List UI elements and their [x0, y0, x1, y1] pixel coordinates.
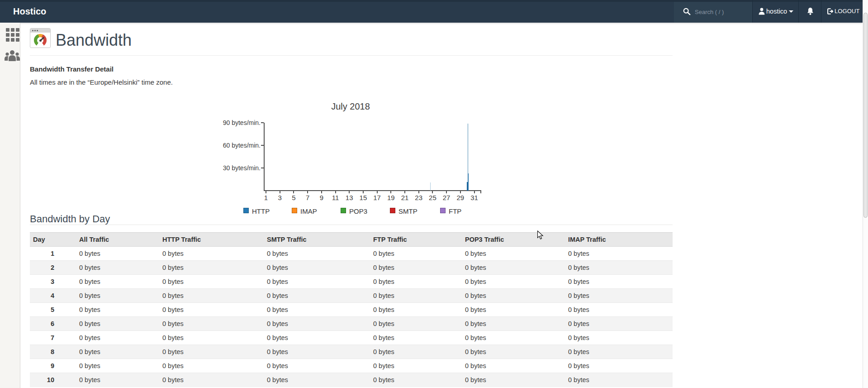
table-cell: 0 bytes — [264, 317, 370, 331]
x-tick — [390, 191, 391, 193]
table-cell: 0 bytes — [370, 331, 462, 345]
table-cell: 0 bytes — [159, 275, 264, 289]
chart-title: July 2018 — [217, 101, 484, 112]
x-tick-label: 9 — [315, 194, 328, 201]
table-cell: 0 bytes — [76, 359, 159, 373]
table-cell: 2 — [30, 261, 76, 275]
table-cell: 1 — [30, 247, 76, 261]
x-tick — [266, 191, 266, 193]
table-row: 90 bytes0 bytes0 bytes0 bytes0 bytes0 by… — [30, 359, 673, 373]
table-cell: 0 bytes — [370, 289, 462, 303]
chart-data-spike-http — [430, 182, 431, 191]
col-header-http: HTTP Traffic — [159, 233, 264, 247]
table-cell: 0 bytes — [370, 261, 462, 275]
x-tick-label: 17 — [370, 194, 384, 201]
table-cell: 0 bytes — [159, 303, 264, 317]
legend-swatch — [243, 208, 249, 213]
table-cell: 0 bytes — [370, 345, 462, 359]
table-cell: 0 bytes — [565, 373, 673, 387]
table-cell: 0 bytes — [264, 331, 370, 345]
table-cell: 0 bytes — [159, 345, 264, 359]
table-row: 100 bytes0 bytes0 bytes0 bytes0 bytes0 b… — [30, 373, 673, 387]
x-tick — [377, 191, 378, 193]
table-heading: Bandwidth by Day — [30, 213, 110, 225]
brand-logo[interactable]: Hostico — [13, 0, 46, 23]
table-cell: 0 bytes — [462, 289, 565, 303]
col-header-day: Day — [30, 233, 76, 247]
table-header-row: Day All Traffic HTTP Traffic SMTP Traffi… — [30, 233, 673, 247]
table-cell: 0 bytes — [264, 289, 370, 303]
x-axis-end-tick — [480, 191, 481, 193]
search-icon — [683, 8, 691, 15]
legend-label: POP3 — [349, 207, 367, 215]
legend-swatch — [292, 208, 297, 213]
x-tick-label: 23 — [412, 194, 426, 201]
notifications-button[interactable] — [798, 0, 821, 23]
table-cell: 6 — [30, 317, 76, 331]
table-cell: 0 bytes — [264, 275, 370, 289]
user-menu-label: hostico — [766, 0, 787, 23]
table-row: 20 bytes0 bytes0 bytes0 bytes0 bytes0 by… — [30, 261, 673, 275]
table-cell: 0 bytes — [76, 345, 159, 359]
table-cell: 0 bytes — [159, 289, 264, 303]
table-row: 40 bytes0 bytes0 bytes0 bytes0 bytes0 by… — [30, 289, 673, 303]
section-heading: Bandwidth Transfer Detail — [30, 65, 114, 73]
table-cell: 0 bytes — [264, 247, 370, 261]
y-tick-label: 30 bytes/min. — [217, 164, 261, 172]
x-tick-label: 11 — [329, 194, 342, 201]
table-cell: 0 bytes — [462, 359, 565, 373]
table-cell: 0 bytes — [264, 261, 370, 275]
x-tick-label: 7 — [301, 194, 314, 201]
table-cell: 0 bytes — [565, 303, 673, 317]
table-row: 80 bytes0 bytes0 bytes0 bytes0 bytes0 by… — [30, 345, 673, 359]
table-cell: 0 bytes — [462, 345, 565, 359]
x-tick — [363, 191, 364, 193]
table-cell: 0 bytes — [462, 317, 565, 331]
sidebar-item-users[interactable] — [0, 46, 20, 66]
logout-icon — [826, 8, 834, 15]
table-cell: 0 bytes — [370, 303, 462, 317]
col-header-all: All Traffic — [76, 233, 159, 247]
x-tick — [432, 191, 433, 193]
table-cell: 0 bytes — [76, 303, 159, 317]
table-cell: 0 bytes — [370, 359, 462, 373]
table-cell: 0 bytes — [462, 247, 565, 261]
table-cell: 0 bytes — [76, 247, 159, 261]
logout-button[interactable]: LOGOUT — [821, 0, 863, 23]
table-cell: 0 bytes — [565, 275, 673, 289]
table-cell: 0 bytes — [370, 317, 462, 331]
search-input[interactable]: Search ( / ) — [674, 2, 752, 23]
table-row: 30 bytes0 bytes0 bytes0 bytes0 bytes0 by… — [30, 275, 673, 289]
table-cell: 5 — [30, 303, 76, 317]
legend-swatch — [390, 208, 395, 213]
x-tick-label: 25 — [426, 194, 439, 201]
x-tick — [280, 191, 280, 193]
table-row: 60 bytes0 bytes0 bytes0 bytes0 bytes0 by… — [30, 317, 673, 331]
x-tick — [293, 191, 294, 193]
table-cell: 0 bytes — [565, 317, 673, 331]
table-cell: 3 — [30, 275, 76, 289]
legend-label: IMAP — [300, 207, 317, 215]
vertical-scrollbar-track[interactable] — [863, 0, 868, 388]
col-header-imap: IMAP Traffic — [565, 233, 673, 247]
legend-swatch — [440, 208, 446, 213]
table-heading-divider — [30, 225, 673, 225]
table-cell: 0 bytes — [565, 261, 673, 275]
sidebar — [0, 23, 20, 388]
user-icon — [759, 8, 765, 15]
y-tick — [261, 122, 264, 123]
x-tick — [460, 191, 461, 193]
legend-swatch — [341, 208, 346, 213]
x-tick-label: 1 — [259, 194, 273, 201]
user-menu[interactable]: hostico — [752, 0, 798, 23]
table-cell: 0 bytes — [370, 373, 462, 387]
x-tick-label: 5 — [287, 194, 300, 201]
grid-icon — [6, 28, 19, 42]
sidebar-item-apps[interactable] — [0, 25, 20, 45]
vertical-scrollbar-thumb[interactable] — [863, 13, 868, 218]
page-title: Bandwidth — [56, 31, 132, 50]
x-tick — [349, 191, 350, 193]
table-row: 10 bytes0 bytes0 bytes0 bytes0 bytes0 by… — [30, 247, 673, 261]
y-tick — [261, 145, 264, 146]
table-cell: 0 bytes — [264, 359, 370, 373]
